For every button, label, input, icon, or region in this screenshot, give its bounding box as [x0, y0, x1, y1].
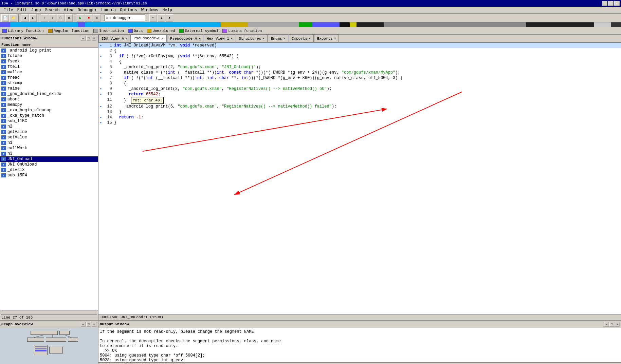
menu-edit[interactable]: Edit — [15, 7, 29, 13]
code-line-5[interactable]: ● 5 _android_log_print(2, "com.gdufs.xma… — [98, 64, 621, 70]
code-line-8[interactable]: 8 { — [98, 81, 621, 86]
svg-line-5 — [65, 335, 71, 338]
func-item-n3[interactable]: fn3 — [0, 151, 98, 156]
line-3-dot: ● — [98, 54, 103, 59]
func-item-setValue[interactable]: fsetValue — [0, 135, 98, 140]
code-line-3[interactable]: ● 3 if ( !(*vm)->GetEnv(vm, (void **)&g_… — [98, 54, 621, 59]
func-item-sub-11BC[interactable]: fsub_11BC — [0, 118, 98, 124]
func-item--cxa-begin-cleanup[interactable]: f_cxa_begin_cleanup — [0, 108, 98, 113]
tb-back[interactable]: ◀ — [21, 14, 29, 22]
tab-exports-close[interactable]: ✕ — [334, 37, 336, 40]
maximize-button[interactable]: □ — [608, 1, 614, 6]
tab-hex-view-1[interactable]: Hex View-1 ✕ — [204, 35, 235, 42]
tab-hex-view-1-close[interactable]: ✕ — [231, 37, 232, 40]
func-item-memcpy[interactable]: fmemcpy — [0, 102, 98, 108]
func-item--cxa-type-match[interactable]: f_cxa_type_match — [0, 113, 98, 118]
tab-pseudocode-b[interactable]: Pseudocode-B ✕ — [130, 35, 167, 42]
code-line-1[interactable]: ● 1 int JNI_OnLoad(JavaVM *vm, void *res… — [98, 43, 621, 48]
close-button[interactable]: ✕ — [614, 1, 620, 6]
graph-minimize-btn[interactable]: — — [81, 322, 86, 327]
code-line-14[interactable]: ● 14 return -1; — [98, 115, 621, 120]
functions-list[interactable]: f_android_log_printffcloseffseekfftellfm… — [0, 48, 98, 310]
func-item-strcmp[interactable]: fstrcmp — [0, 80, 98, 86]
code-line-13[interactable]: 13 } — [98, 109, 621, 115]
debugger-dropdown[interactable]: No debugger — [105, 15, 145, 21]
tab-structures[interactable]: Structures ✕ — [236, 35, 267, 42]
graph-float-btn[interactable]: □ — [86, 322, 91, 327]
tb-btn4[interactable]: ↓ — [49, 14, 56, 22]
func-item-fseek[interactable]: ffseek — [0, 59, 98, 64]
tabs-row: IDA View-A ✕ Pseudocode-B ✕ Pseudocode-A… — [98, 35, 621, 43]
tab-enums[interactable]: Enums ✕ — [268, 35, 288, 42]
func-item-fread[interactable]: ffread — [0, 75, 98, 80]
output-close-btn[interactable]: ✕ — [615, 322, 620, 327]
menu-debugger[interactable]: Debugger — [75, 7, 99, 13]
tab-pseudocode-a[interactable]: Pseudocode-A ✕ — [167, 35, 203, 42]
nav-seg-instr — [248, 22, 299, 27]
func-item--android-log-print[interactable]: f_android_log_print — [0, 48, 98, 53]
func-item-malloc[interactable]: fmalloc — [0, 70, 98, 75]
tb-stepover[interactable]: ↡ — [158, 14, 165, 22]
menu-windows[interactable]: Windows — [139, 7, 160, 13]
code-line-12[interactable]: ● 12 _android_log_print(6, "com.gdufs.xm… — [98, 104, 621, 109]
functions-minimize-btn[interactable]: — — [81, 36, 86, 41]
tb-btn3[interactable]: ↑ — [41, 14, 48, 22]
tb-run[interactable]: ▶ — [77, 14, 84, 22]
functions-close-btn[interactable]: ✕ — [92, 36, 96, 41]
menu-options[interactable]: Options — [118, 7, 139, 13]
tb-open[interactable]: 📁 — [10, 14, 17, 22]
menu-help[interactable]: Help — [160, 7, 174, 13]
tab-enums-close[interactable]: ✕ — [284, 37, 285, 40]
func-item-n1[interactable]: fn1 — [0, 140, 98, 146]
func-item-fclose[interactable]: ffclose — [0, 53, 98, 59]
tab-imports-close[interactable]: ✕ — [309, 37, 310, 40]
tb-btn6[interactable]: ⊕ — [65, 14, 73, 22]
tb-new[interactable]: 📄 — [1, 14, 9, 22]
output-float-btn[interactable]: □ — [609, 322, 614, 327]
minimize-button[interactable]: — — [602, 1, 607, 6]
tb-btn5[interactable]: ⬡ — [57, 14, 65, 22]
tab-pseudocode-a-close[interactable]: ✕ — [198, 37, 200, 40]
func-item-JNI-OnUnload[interactable]: fJNI_OnUnload — [0, 162, 98, 167]
menu-file[interactable]: File — [1, 7, 15, 13]
func-item--divsi3[interactable]: f_divsi3 — [0, 167, 98, 173]
func-item-getValue[interactable]: fgetValue — [0, 129, 98, 135]
tab-imports[interactable]: Imports ✕ — [289, 35, 314, 42]
code-line-4[interactable]: 4 { — [98, 59, 621, 64]
code-line-6[interactable]: ● 6 native_class = (*(int (__fastcall **… — [98, 70, 621, 75]
func-item-ftell[interactable]: fftell — [0, 64, 98, 70]
output-minimize-btn[interactable]: — — [604, 322, 609, 327]
functions-float-btn[interactable]: □ — [86, 36, 91, 41]
tab-structures-close[interactable]: ✕ — [262, 37, 264, 40]
navigation-bar[interactable] — [0, 22, 621, 27]
output-area[interactable]: If the segment is not read-only, please … — [98, 328, 621, 362]
tab-ida-view-a[interactable]: IDA View-A ✕ — [98, 35, 130, 42]
func-item-JNI-OnLoad[interactable]: fJNI_OnLoad — [0, 156, 98, 162]
menu-jump[interactable]: Jump — [29, 7, 43, 13]
func-item-sub-15F4[interactable]: fsub_15F4 — [0, 173, 98, 178]
code-line-7[interactable]: ● 7 if ( !(*(int (__fastcall **)(int, in… — [98, 75, 621, 81]
func-item--gnu-Unwind-Find-exidx[interactable]: f_gnu_Unwind_Find_exidx — [0, 91, 98, 97]
code-line-10[interactable]: ● 10 return 65542; — [98, 92, 621, 97]
tab-pseudocode-b-close[interactable]: ✕ — [162, 37, 164, 40]
graph-close-btn[interactable]: ✕ — [92, 322, 96, 327]
func-item-callWork[interactable]: fcallWork — [0, 146, 98, 151]
tb-stop[interactable]: ■ — [85, 14, 92, 22]
tb-pause[interactable]: ⏸ — [93, 14, 101, 22]
func-item-raise[interactable]: fraise — [0, 86, 98, 91]
tb-step[interactable]: ↷ — [149, 14, 157, 22]
code-area[interactable]: ● 1 int JNI_OnLoad(JavaVM *vm, void *res… — [98, 43, 621, 314]
tb-fwd[interactable]: ▶ — [29, 14, 37, 22]
menu-lumina[interactable]: Lumina — [99, 7, 118, 13]
func-item-n2[interactable]: fn2 — [0, 124, 98, 129]
tb-stepout[interactable]: ↟ — [166, 14, 173, 22]
tab-exports[interactable]: Exports ✕ — [314, 35, 339, 42]
code-line-15[interactable]: ● 15 } — [98, 120, 621, 126]
menu-view[interactable]: View — [62, 7, 76, 13]
menu-search[interactable]: Search — [43, 7, 61, 13]
code-line-2[interactable]: 2 { — [98, 48, 621, 54]
code-line-9[interactable]: ● 9 _android_log_print(2, "com.gdufs.xma… — [98, 86, 621, 92]
tab-ida-view-a-close[interactable]: ✕ — [125, 37, 127, 40]
func-item-abort[interactable]: fabort — [0, 97, 98, 102]
code-line-11[interactable]: 11 } fmt: char[40] — [98, 97, 621, 104]
